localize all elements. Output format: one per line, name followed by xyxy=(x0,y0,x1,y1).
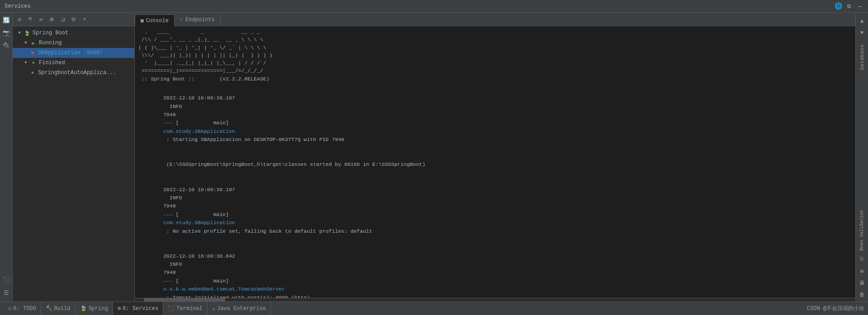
build-icon: 🔨 xyxy=(46,305,52,312)
tree-item-sbapplication[interactable]: ■ SBApplication :8080/ xyxy=(13,48,134,58)
msg-3: : Tomcat initialized with port(s): 8080 … xyxy=(163,295,310,298)
left-btn-terminal[interactable]: ⬛ xyxy=(0,274,12,286)
side-scroll-up[interactable]: ▲ xyxy=(857,16,867,26)
side-btn-copy[interactable]: ⎘ xyxy=(857,254,867,264)
springbootauto-icon: ● xyxy=(29,69,36,76)
pid-3: 7948 xyxy=(163,269,179,275)
tab-build[interactable]: 🔨 Build xyxy=(41,302,75,315)
tree-label-sbapplication: SBApplication :8080/ xyxy=(38,50,103,56)
tab-terminal-label: Terminal xyxy=(176,306,203,312)
stop-icon: ■ xyxy=(29,49,36,56)
spring-version-line: :: Spring Boot :: (v2.2.2.RELEASE) xyxy=(138,75,864,83)
tree-label-spring-boot: Spring Boot xyxy=(33,30,68,36)
tree-item-finished[interactable]: ▼ ● Finished xyxy=(13,58,134,68)
tree-arrow-spring-boot: ▼ xyxy=(16,30,23,36)
log-line-cont1: (E:\SSGSpringBoot\SpringBoot_h\target\cl… xyxy=(138,152,864,177)
bottom-tabs: ☑ 6: TODO 🔨 Build 🍃 Spring ⚙ 8: Services… xyxy=(4,302,271,315)
java-icon: ☕ xyxy=(212,305,215,312)
log-line-2: 2022-12-10 16:08:38.107 INFO 7948 --- [ … xyxy=(138,177,864,244)
left-btn-plugin[interactable]: 🔌 xyxy=(0,40,12,52)
services-title: Services xyxy=(5,3,31,9)
toolbar-filter[interactable]: ⊿ xyxy=(58,14,68,24)
globe-icon[interactable]: 🌐 xyxy=(835,3,842,10)
title-bar: Services 🌐 ⚙ — xyxy=(0,0,868,13)
side-btn-layout[interactable]: ⊞ xyxy=(857,266,867,276)
tab-java-enterprise[interactable]: ☕ Java Enterprise xyxy=(208,302,271,315)
endpoints-icon: ⑂ xyxy=(180,17,183,23)
console-panel: ▦ Console ⑂ Endpoints . ____ _ __ _ _ /\… xyxy=(135,13,868,301)
side-label-bean-validation[interactable]: Bean Validation xyxy=(859,208,865,253)
tab-services[interactable]: ⚙ 8: Services xyxy=(113,302,163,315)
spring-icon: 🍃 xyxy=(80,305,87,312)
tree-arrow-finished: ▼ xyxy=(23,60,29,66)
tab-services-label: 8: Services xyxy=(123,306,158,312)
tab-console-label: Console xyxy=(146,18,169,24)
tab-endpoints[interactable]: ⑂ Endpoints xyxy=(175,14,221,26)
level-2: INFO xyxy=(163,195,185,201)
title-bar-right: 🌐 ⚙ — xyxy=(835,3,863,10)
side-btn-print[interactable]: 🖶 xyxy=(857,278,867,288)
scrollbar-thumb[interactable] xyxy=(144,298,225,301)
pid-1: 7948 xyxy=(163,112,179,118)
log-line-1: 2022-12-10 16:08:38.107 INFO 7948 --- [ … xyxy=(138,86,864,152)
pid-2: 7948 xyxy=(163,203,179,209)
tree-item-running[interactable]: ▼ ▶ Running xyxy=(13,38,134,48)
toolbar-layout[interactable]: ⊟ xyxy=(69,14,79,24)
left-btn-layout[interactable]: ☰ xyxy=(0,287,12,299)
console-output[interactable]: . ____ _ __ _ _ /\\ / ___'_ __ _ _(_)_ _… xyxy=(135,26,868,298)
minimize-icon[interactable]: — xyxy=(856,3,863,10)
tree-label-finished: Finished xyxy=(39,60,65,66)
bottom-bar: ☑ 6: TODO 🔨 Build 🍃 Spring ⚙ 8: Services… xyxy=(0,301,868,315)
tab-build-label: Build xyxy=(54,306,71,312)
tree-label-running: Running xyxy=(39,40,61,46)
toolbar-align-right[interactable]: ⇌ xyxy=(36,14,46,24)
finished-icon: ● xyxy=(30,59,37,66)
right-panel: ▲ ▼ Database Bean Validation ⎘ ⊞ 🖶 🗑 xyxy=(855,13,868,301)
main-content: 🔃 📷 🔌 ⬛ ☰ ↺ ≡ ⇌ ⊞ ⊿ ⊟ + ▼ 🍃 Spring Boot … xyxy=(0,13,868,301)
services-tab-icon: ⚙ xyxy=(118,305,121,312)
tab-todo-label: 6: TODO xyxy=(13,306,36,312)
left-btn-camera[interactable]: 📷 xyxy=(0,27,12,39)
ts-3: 2022-12-10 16:08:38.842 xyxy=(163,253,235,259)
bottom-right-text: CSDN @不会压缩的小伙 xyxy=(807,305,864,312)
ts-1: 2022-12-10 16:08:38.107 xyxy=(163,95,235,101)
title-bar-left: Services xyxy=(5,3,31,9)
todo-icon: ☑ xyxy=(8,305,11,312)
running-icon: ▶ xyxy=(30,39,37,47)
tab-todo[interactable]: ☑ 6: TODO xyxy=(4,302,41,315)
console-tabs: ▦ Console ⑂ Endpoints xyxy=(135,13,868,26)
thread-1: --- [ main] xyxy=(163,120,232,126)
side-scroll-down[interactable]: ▼ xyxy=(857,28,867,38)
thread-3: --- [ main] xyxy=(163,278,232,284)
thread-2: --- [ main] xyxy=(163,212,232,217)
tree-item-springbootauto[interactable]: ● SpringbootAutoApplica... xyxy=(13,68,134,78)
tab-console[interactable]: ▦ Console xyxy=(135,14,175,26)
toolbar-add[interactable]: + xyxy=(80,14,90,24)
tab-endpoints-label: Endpoints xyxy=(185,17,215,23)
spring-boot-icon: 🍃 xyxy=(24,29,31,37)
gear-icon[interactable]: ⚙ xyxy=(845,3,853,10)
class-3: o.s.b.w.embedded.tomcat.TomcatWebServer xyxy=(163,286,288,292)
console-icon: ▦ xyxy=(141,18,144,24)
toolbar-refresh[interactable]: ↺ xyxy=(14,14,24,24)
msg-2: : No active profile set, falling back to… xyxy=(163,228,372,234)
toolbar-group[interactable]: ⊞ xyxy=(47,14,57,24)
console-scrollbar[interactable] xyxy=(135,298,868,301)
side-label-database[interactable]: Database xyxy=(859,40,866,75)
ascii-art: . ____ _ __ _ _ /\\ / ___'_ __ _ _(_)_ _… xyxy=(138,28,864,75)
services-panel: ↺ ≡ ⇌ ⊞ ⊿ ⊟ + ▼ 🍃 Spring Boot ▼ ▶ Runnin… xyxy=(13,13,135,301)
left-tabs: 🔃 📷 🔌 ⬛ ☰ xyxy=(0,13,13,301)
class-1: com.study.SBApplication xyxy=(163,128,288,134)
log-line-3: 2022-12-10 16:08:38.842 INFO 7948 --- [ … xyxy=(138,244,864,298)
toolbar-align-left[interactable]: ≡ xyxy=(25,14,35,24)
left-btn-refresh[interactable]: 🔃 xyxy=(0,14,12,26)
side-btn-delete[interactable]: 🗑 xyxy=(857,290,867,300)
tree-item-spring-boot[interactable]: ▼ 🍃 Spring Boot xyxy=(13,28,134,38)
terminal-icon: ⬛ xyxy=(168,305,175,312)
services-tree: ▼ 🍃 Spring Boot ▼ ▶ Running ■ SBApplicat… xyxy=(13,26,134,301)
msg-1: : Starting SBApplication on DESKTOP-0K3T… xyxy=(163,136,344,142)
tab-java-label: Java Enterprise xyxy=(217,306,266,312)
tree-arrow-running: ▼ xyxy=(23,40,29,46)
tab-terminal[interactable]: ⬛ Terminal xyxy=(163,302,208,315)
tab-spring[interactable]: 🍃 Spring xyxy=(75,302,113,315)
